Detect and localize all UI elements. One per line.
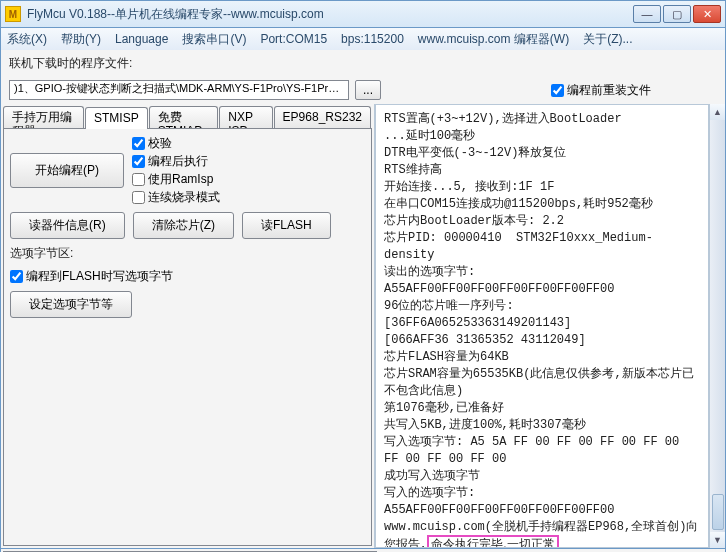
close-button[interactable]: ✕ xyxy=(693,5,721,23)
read-device-info-button[interactable]: 读器件信息(R) xyxy=(10,212,125,239)
erase-chip-button[interactable]: 清除芯片(Z) xyxy=(133,212,234,239)
scroll-up-icon[interactable]: ▲ xyxy=(710,104,725,120)
scroll-thumb[interactable] xyxy=(712,494,724,530)
verify-checkbox[interactable]: 校验 xyxy=(132,135,220,152)
app-icon: M xyxy=(5,6,21,22)
start-program-button[interactable]: 开始编程(P) xyxy=(10,153,124,188)
window-controls: — ▢ ✕ xyxy=(633,5,721,23)
reload-label: 编程前重装文件 xyxy=(567,82,651,99)
tab-stmisp[interactable]: STMISP xyxy=(85,107,148,129)
content: 手持万用编程器 STMISP 免费STMIAP NXP ISP EP968_RS… xyxy=(0,104,726,549)
opt-area-label: 选项字节区: xyxy=(10,245,365,262)
log-scrollbar[interactable]: ▲ ▼ xyxy=(709,104,725,548)
tabs: 手持万用编程器 STMISP 免费STMIAP NXP ISP EP968_RS… xyxy=(3,106,372,128)
tab-ep968[interactable]: EP968_RS232 xyxy=(274,106,371,128)
left-pane: 手持万用编程器 STMISP 免费STMIAP NXP ISP EP968_RS… xyxy=(1,104,375,548)
window-title: FlyMcu V0.188--单片机在线编程专家--www.mcuisp.com xyxy=(27,6,633,23)
menu-system[interactable]: 系统(X) xyxy=(7,31,47,48)
write-opt-checkbox[interactable]: 编程到FLASH时写选项字节 xyxy=(10,268,365,285)
read-flash-button[interactable]: 读FLASH xyxy=(242,212,331,239)
scroll-down-icon[interactable]: ▼ xyxy=(710,532,725,548)
menu-site[interactable]: www.mcuisp.com 编程器(W) xyxy=(418,31,569,48)
use-ramisp-checkbox[interactable]: 使用RamIsp xyxy=(132,171,220,188)
menu-help[interactable]: 帮助(Y) xyxy=(61,31,101,48)
maximize-button[interactable]: ▢ xyxy=(663,5,691,23)
tab-body: 开始编程(P) 校验 编程后执行 使用RamIsp 连续烧录模式 读器件信息(R… xyxy=(3,128,372,546)
tab-handheld[interactable]: 手持万用编程器 xyxy=(3,106,84,128)
run-after-checkbox[interactable]: 编程后执行 xyxy=(132,153,220,170)
log-output[interactable]: RTS置高(+3~+12V),选择进入BootLoader ...延时100毫秒… xyxy=(375,104,709,548)
titlebar: M FlyMcu V0.188--单片机在线编程专家--www.mcuisp.c… xyxy=(0,0,726,28)
cont-burn-checkbox[interactable]: 连续烧录模式 xyxy=(132,189,220,206)
menu-port[interactable]: Port:COM15 xyxy=(260,32,327,46)
reload-before-prog-checkbox[interactable]: 编程前重装文件 xyxy=(551,82,651,99)
file-path-row: )1、GPIO-按键状态判断之扫描式\MDK-ARM\YS-F1Pro\YS-F… xyxy=(0,76,726,104)
right-pane: RTS置高(+3~+12V),选择进入BootLoader ...延时100毫秒… xyxy=(375,104,725,548)
menubar: 系统(X) 帮助(Y) Language 搜索串口(V) Port:COM15 … xyxy=(0,28,726,50)
browse-button[interactable]: ... xyxy=(355,80,381,100)
tab-stmiap[interactable]: 免费STMIAP xyxy=(149,106,219,128)
minimize-button[interactable]: — xyxy=(633,5,661,23)
menu-language[interactable]: Language xyxy=(115,32,168,46)
file-path-input[interactable]: )1、GPIO-按键状态判断之扫描式\MDK-ARM\YS-F1Pro\YS-F… xyxy=(9,80,349,100)
reload-checkbox-input[interactable] xyxy=(551,84,564,97)
scroll-track[interactable] xyxy=(710,120,725,532)
menu-about[interactable]: 关于(Z)... xyxy=(583,31,632,48)
menu-search-port[interactable]: 搜索串口(V) xyxy=(182,31,246,48)
menu-bps[interactable]: bps:115200 xyxy=(341,32,404,46)
file-row: 联机下载时的程序文件: xyxy=(0,50,726,76)
tab-nxpisp[interactable]: NXP ISP xyxy=(219,106,272,128)
set-opt-bytes-button[interactable]: 设定选项字节等 xyxy=(10,291,132,318)
file-label: 联机下载时的程序文件: xyxy=(9,55,132,72)
